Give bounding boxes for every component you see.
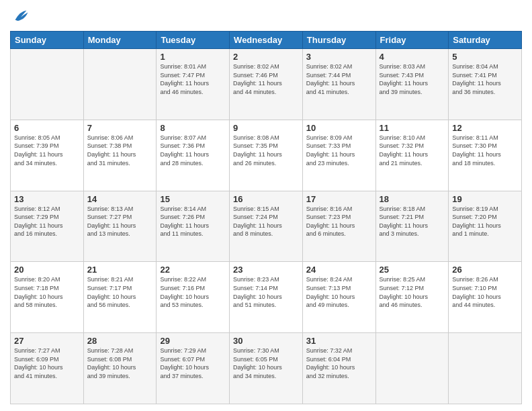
- calendar-cell: 5Sunrise: 8:04 AM Sunset: 7:41 PM Daylig…: [449, 49, 522, 120]
- day-info: Sunrise: 8:13 AM Sunset: 7:27 PM Dayligh…: [87, 205, 153, 238]
- calendar-cell: 18Sunrise: 8:18 AM Sunset: 7:21 PM Dayli…: [375, 191, 449, 262]
- day-number: 28: [87, 336, 153, 346]
- day-header-friday: Friday: [375, 32, 449, 49]
- day-header-saturday: Saturday: [449, 32, 522, 49]
- day-info: Sunrise: 7:27 AM Sunset: 6:09 PM Dayligh…: [14, 347, 80, 380]
- day-info: Sunrise: 8:05 AM Sunset: 7:39 PM Dayligh…: [14, 134, 80, 167]
- calendar-cell: [83, 49, 157, 120]
- day-info: Sunrise: 8:24 AM Sunset: 7:13 PM Dayligh…: [306, 275, 372, 309]
- day-info: Sunrise: 8:19 AM Sunset: 7:20 PM Dayligh…: [452, 205, 518, 238]
- day-number: 10: [306, 123, 372, 133]
- day-info: Sunrise: 7:30 AM Sunset: 6:05 PM Dayligh…: [233, 347, 299, 380]
- calendar-cell: 14Sunrise: 8:13 AM Sunset: 7:27 PM Dayli…: [83, 191, 157, 262]
- calendar-cell: [449, 333, 522, 404]
- day-info: Sunrise: 8:15 AM Sunset: 7:24 PM Dayligh…: [233, 205, 299, 238]
- calendar-cell: 17Sunrise: 8:16 AM Sunset: 7:23 PM Dayli…: [302, 191, 375, 262]
- calendar-cell: 21Sunrise: 8:21 AM Sunset: 7:17 PM Dayli…: [83, 262, 157, 333]
- calendar-cell: 1Sunrise: 8:01 AM Sunset: 7:47 PM Daylig…: [157, 49, 230, 120]
- day-number: 13: [14, 194, 80, 204]
- week-row-5: 27Sunrise: 7:27 AM Sunset: 6:09 PM Dayli…: [11, 333, 522, 404]
- calendar-cell: 29Sunrise: 7:29 AM Sunset: 6:07 PM Dayli…: [157, 333, 230, 404]
- day-number: 9: [233, 123, 299, 133]
- day-number: 29: [160, 336, 226, 346]
- day-number: 3: [306, 52, 372, 62]
- day-number: 6: [14, 123, 80, 133]
- day-number: 16: [233, 194, 299, 204]
- day-info: Sunrise: 8:06 AM Sunset: 7:38 PM Dayligh…: [87, 134, 153, 167]
- calendar-cell: 2Sunrise: 8:02 AM Sunset: 7:46 PM Daylig…: [230, 49, 303, 120]
- week-row-2: 6Sunrise: 8:05 AM Sunset: 7:39 PM Daylig…: [11, 120, 522, 191]
- day-number: 18: [380, 194, 445, 204]
- calendar-cell: 20Sunrise: 8:20 AM Sunset: 7:18 PM Dayli…: [11, 262, 84, 333]
- day-header-wednesday: Wednesday: [230, 32, 303, 49]
- week-row-4: 20Sunrise: 8:20 AM Sunset: 7:18 PM Dayli…: [11, 262, 522, 333]
- calendar-cell: 9Sunrise: 8:08 AM Sunset: 7:35 PM Daylig…: [230, 120, 303, 191]
- day-number: 27: [14, 336, 80, 346]
- calendar-cell: 13Sunrise: 8:12 AM Sunset: 7:29 PM Dayli…: [11, 191, 84, 262]
- calendar-cell: 23Sunrise: 8:23 AM Sunset: 7:14 PM Dayli…: [230, 262, 303, 333]
- day-info: Sunrise: 7:29 AM Sunset: 6:07 PM Dayligh…: [160, 347, 226, 380]
- day-info: Sunrise: 8:10 AM Sunset: 7:32 PM Dayligh…: [380, 134, 445, 167]
- day-number: 8: [160, 123, 226, 133]
- calendar-cell: 16Sunrise: 8:15 AM Sunset: 7:24 PM Dayli…: [230, 191, 303, 262]
- week-row-3: 13Sunrise: 8:12 AM Sunset: 7:29 PM Dayli…: [11, 191, 522, 262]
- day-info: Sunrise: 8:14 AM Sunset: 7:26 PM Dayligh…: [160, 205, 226, 238]
- calendar-cell: 25Sunrise: 8:25 AM Sunset: 7:12 PM Dayli…: [375, 262, 449, 333]
- day-info: Sunrise: 8:09 AM Sunset: 7:33 PM Dayligh…: [306, 134, 372, 167]
- day-number: 30: [233, 336, 299, 346]
- day-number: 19: [452, 194, 518, 204]
- day-info: Sunrise: 8:02 AM Sunset: 7:44 PM Dayligh…: [306, 62, 372, 96]
- day-info: Sunrise: 8:20 AM Sunset: 7:18 PM Dayligh…: [14, 275, 80, 309]
- day-info: Sunrise: 8:26 AM Sunset: 7:10 PM Dayligh…: [452, 275, 518, 309]
- calendar-cell: [11, 49, 84, 120]
- day-number: 12: [452, 123, 518, 133]
- day-number: 17: [306, 194, 372, 204]
- day-info: Sunrise: 8:08 AM Sunset: 7:35 PM Dayligh…: [233, 134, 299, 167]
- calendar-table: SundayMondayTuesdayWednesdayThursdayFrid…: [10, 31, 522, 404]
- day-number: 7: [87, 123, 153, 133]
- week-row-1: 1Sunrise: 8:01 AM Sunset: 7:47 PM Daylig…: [11, 49, 522, 120]
- day-info: Sunrise: 8:07 AM Sunset: 7:36 PM Dayligh…: [160, 134, 226, 167]
- day-info: Sunrise: 7:32 AM Sunset: 6:04 PM Dayligh…: [306, 347, 372, 380]
- day-number: 25: [380, 265, 445, 275]
- calendar-cell: 11Sunrise: 8:10 AM Sunset: 7:32 PM Dayli…: [375, 120, 449, 191]
- day-info: Sunrise: 8:16 AM Sunset: 7:23 PM Dayligh…: [306, 205, 372, 238]
- calendar-cell: 30Sunrise: 7:30 AM Sunset: 6:05 PM Dayli…: [230, 333, 303, 404]
- calendar-cell: [375, 333, 449, 404]
- day-info: Sunrise: 8:04 AM Sunset: 7:41 PM Dayligh…: [452, 62, 518, 96]
- calendar-cell: 4Sunrise: 8:03 AM Sunset: 7:43 PM Daylig…: [375, 49, 449, 120]
- day-number: 1: [160, 52, 226, 62]
- day-info: Sunrise: 8:12 AM Sunset: 7:29 PM Dayligh…: [14, 205, 80, 238]
- day-number: 4: [380, 52, 445, 62]
- calendar-cell: 6Sunrise: 8:05 AM Sunset: 7:39 PM Daylig…: [11, 120, 84, 191]
- logo-bird-icon: [11, 7, 30, 26]
- calendar-cell: 3Sunrise: 8:02 AM Sunset: 7:44 PM Daylig…: [302, 49, 375, 120]
- day-header-monday: Monday: [83, 32, 157, 49]
- day-info: Sunrise: 8:02 AM Sunset: 7:46 PM Dayligh…: [233, 62, 299, 96]
- day-number: 11: [380, 123, 445, 133]
- day-info: Sunrise: 8:22 AM Sunset: 7:16 PM Dayligh…: [160, 275, 226, 309]
- day-info: Sunrise: 8:21 AM Sunset: 7:17 PM Dayligh…: [87, 275, 153, 309]
- day-header-sunday: Sunday: [11, 32, 84, 49]
- calendar-cell: 7Sunrise: 8:06 AM Sunset: 7:38 PM Daylig…: [83, 120, 157, 191]
- day-number: 22: [160, 265, 226, 275]
- calendar-cell: 15Sunrise: 8:14 AM Sunset: 7:26 PM Dayli…: [157, 191, 230, 262]
- calendar-cell: 22Sunrise: 8:22 AM Sunset: 7:16 PM Dayli…: [157, 262, 230, 333]
- day-info: Sunrise: 8:01 AM Sunset: 7:47 PM Dayligh…: [160, 62, 226, 96]
- day-info: Sunrise: 8:03 AM Sunset: 7:43 PM Dayligh…: [380, 62, 445, 96]
- calendar-cell: 26Sunrise: 8:26 AM Sunset: 7:10 PM Dayli…: [449, 262, 522, 333]
- day-number: 21: [87, 265, 153, 275]
- calendar-cell: 24Sunrise: 8:24 AM Sunset: 7:13 PM Dayli…: [302, 262, 375, 333]
- day-number: 15: [160, 194, 226, 204]
- day-number: 14: [87, 194, 153, 204]
- day-info: Sunrise: 7:28 AM Sunset: 6:08 PM Dayligh…: [87, 347, 153, 380]
- calendar-cell: 28Sunrise: 7:28 AM Sunset: 6:08 PM Dayli…: [83, 333, 157, 404]
- day-header-tuesday: Tuesday: [157, 32, 230, 49]
- calendar-header-row: SundayMondayTuesdayWednesdayThursdayFrid…: [11, 32, 522, 49]
- day-number: 2: [233, 52, 299, 62]
- logo: [10, 7, 30, 26]
- day-number: 23: [233, 265, 299, 275]
- day-header-thursday: Thursday: [302, 32, 375, 49]
- calendar-cell: 12Sunrise: 8:11 AM Sunset: 7:30 PM Dayli…: [449, 120, 522, 191]
- day-info: Sunrise: 8:18 AM Sunset: 7:21 PM Dayligh…: [380, 205, 445, 238]
